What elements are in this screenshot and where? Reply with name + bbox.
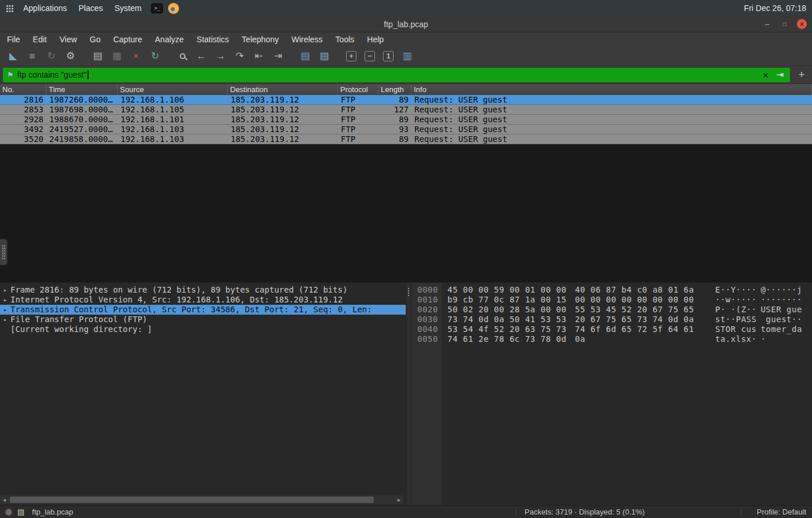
scroll-right-arrow-icon[interactable]: ▸: [395, 497, 403, 503]
display-filter-input[interactable]: ⚑ ftp contains "guest" × ⇥: [3, 68, 790, 82]
menu-file[interactable]: File: [7, 35, 20, 44]
hex-ascii: ········: [760, 295, 802, 305]
hex-row[interactable]: 000045 00 00 59 00 01 00 0040 06 87 b4 c…: [412, 285, 812, 295]
filter-clear-icon[interactable]: ×: [761, 70, 771, 80]
expander-icon[interactable]: ▸: [0, 305, 10, 315]
menu-go[interactable]: Go: [90, 35, 101, 44]
column-header-source[interactable]: Source: [118, 84, 228, 95]
scrollbar-thumb[interactable]: [10, 497, 374, 503]
packet-list-header: No.TimeSourceDestinationProtocolLengthIn…: [0, 84, 812, 95]
apps-grid-icon[interactable]: [6, 5, 13, 12]
filter-bookmark-icon[interactable]: ⚑: [7, 71, 14, 79]
scrollbar-track[interactable]: [9, 495, 395, 504]
hex-row[interactable]: 003073 74 0d 0a 50 41 53 5320 67 75 65 7…: [412, 315, 812, 324]
normal-size-icon[interactable]: 1: [383, 51, 394, 61]
terminal-launcher-icon[interactable]: >_: [151, 3, 163, 13]
capture-file-name[interactable]: ftp_lab.pcap: [32, 508, 73, 516]
open-file-icon[interactable]: ▤: [90, 49, 105, 64]
zoom-in-icon[interactable]: +: [346, 51, 356, 61]
menu-analyze[interactable]: Analyze: [155, 35, 184, 44]
packet-protocol: FTP: [338, 134, 378, 144]
minimize-button[interactable]: –: [762, 19, 772, 29]
detail-text: Transmission Control Protocol, Src Port:…: [10, 305, 377, 315]
next-packet-icon[interactable]: ⇥: [270, 49, 286, 64]
pane-splitter[interactable]: [406, 283, 412, 505]
packet-destination: 185.203.119.12: [228, 125, 338, 134]
column-header-info[interactable]: Info: [412, 84, 812, 95]
menu-tools[interactable]: Tools: [336, 35, 355, 44]
menu-telephony[interactable]: Telephony: [242, 35, 279, 44]
menu-capture[interactable]: Capture: [113, 35, 142, 44]
packet-destination: 185.203.119.12: [228, 115, 338, 124]
stop-capture-icon[interactable]: ■: [24, 49, 40, 64]
menu-statistics[interactable]: Statistics: [196, 35, 229, 44]
close-file-icon[interactable]: ×: [128, 49, 144, 64]
start-capture-icon[interactable]: ◣: [5, 49, 21, 64]
packet-row[interactable]: 28531987698.0000…192.168.1.105185.203.11…: [0, 105, 812, 115]
go-back-icon[interactable]: ←: [194, 49, 209, 64]
packet-row[interactable]: 34922419527.0000…192.168.1.103185.203.11…: [0, 125, 812, 134]
resize-columns-icon[interactable]: ▥: [399, 49, 415, 64]
detail-line[interactable]: ▸File Transfer Protocol (FTP): [0, 315, 406, 324]
capture-options-icon[interactable]: ⚙: [63, 49, 78, 64]
titlebar[interactable]: ftp_lab.pcap –□×: [0, 16, 812, 32]
packet-row[interactable]: 28161987260.0000…192.168.1.106185.203.11…: [0, 95, 812, 105]
detail-line[interactable]: ▸Transmission Control Protocol, Src Port…: [0, 305, 406, 315]
pane-splitter-handle[interactable]: [0, 239, 8, 265]
clock[interactable]: Fri Dec 26, 07:18: [744, 3, 806, 13]
expert-info-icon[interactable]: [5, 509, 12, 516]
zoom-out-icon[interactable]: −: [365, 51, 375, 61]
menu-wireless[interactable]: Wireless: [292, 35, 323, 44]
column-header-no[interactable]: No.: [0, 84, 46, 95]
packet-row[interactable]: 35202419858.0000…192.168.1.103185.203.11…: [0, 134, 812, 144]
find-packet-icon[interactable]: [174, 49, 190, 64]
hex-row[interactable]: 005074 61 2e 78 6c 73 78 0d0ata.xlsx··: [412, 334, 812, 344]
previous-packet-icon[interactable]: ⇤: [251, 49, 267, 64]
packet-list-empty-area[interactable]: [0, 144, 812, 282]
packet-row[interactable]: 29281988670.0000…192.168.1.101185.203.11…: [0, 115, 812, 125]
capture-comment-icon[interactable]: ▤: [17, 508, 24, 516]
close-button[interactable]: ×: [797, 19, 807, 29]
column-header-time[interactable]: Time: [46, 84, 118, 95]
column-header-length[interactable]: Length: [378, 84, 412, 95]
hex-bytes: 45 00 00 59 00 01 00 00: [447, 285, 568, 295]
hex-offset: 0040: [417, 324, 440, 334]
reload-file-icon[interactable]: ↻: [147, 49, 163, 64]
scroll-left-arrow-icon[interactable]: ◂: [0, 497, 9, 503]
hex-row[interactable]: 0010b9 cb 77 0c 87 1a 00 1500 00 00 00 0…: [412, 295, 812, 305]
restart-capture-icon[interactable]: ↻: [43, 49, 59, 64]
auto-scroll-icon[interactable]: ▤: [297, 49, 313, 64]
terminal-prompt-glyph: >_: [154, 6, 160, 11]
go-forward-icon[interactable]: →: [213, 49, 228, 64]
hex-row[interactable]: 002050 02 20 00 28 5a 00 0055 53 45 52 2…: [412, 305, 812, 315]
detail-line[interactable]: ▸Frame 2816: 89 bytes on wire (712 bits)…: [0, 285, 406, 295]
firefox-launcher-icon[interactable]: [168, 3, 179, 14]
panel-menu-applications[interactable]: Applications: [19, 1, 72, 15]
packet-time: 1987260.0000…: [46, 95, 118, 104]
hex-row[interactable]: 004053 54 4f 52 20 63 75 7374 6f 6d 65 7…: [412, 324, 812, 334]
go-to-packet-icon[interactable]: ↷: [232, 49, 247, 64]
restore-button[interactable]: □: [780, 19, 789, 29]
menu-view[interactable]: View: [60, 35, 77, 44]
detail-line[interactable]: [Current working directory: ]: [0, 324, 406, 334]
filter-apply-icon[interactable]: ⇥: [774, 70, 786, 80]
expander-icon[interactable]: ▸: [0, 295, 10, 305]
expander-icon[interactable]: ▸: [0, 285, 10, 295]
column-header-destination[interactable]: Destination: [228, 84, 338, 95]
save-file-icon[interactable]: ▦: [109, 49, 125, 64]
packet-destination: 185.203.119.12: [228, 105, 338, 114]
colorize-packets-icon[interactable]: ▤: [316, 49, 332, 64]
filter-add-button[interactable]: +: [794, 68, 809, 82]
menu-edit[interactable]: Edit: [33, 35, 47, 44]
hex-ascii: st··PASS: [715, 315, 756, 324]
profile-selector[interactable]: Profile: Default: [757, 508, 806, 516]
column-header-protocol[interactable]: Protocol: [338, 84, 378, 95]
detail-line[interactable]: ▸Internet Protocol Version 4, Src: 192.1…: [0, 295, 406, 305]
filter-expression[interactable]: ftp contains "guest": [17, 70, 87, 79]
expander-icon[interactable]: ▸: [0, 315, 10, 324]
window-title: ftp_lab.pcap: [384, 20, 428, 29]
menu-help[interactable]: Help: [367, 35, 384, 44]
panel-menu-system[interactable]: System: [110, 1, 147, 15]
panel-menu-places[interactable]: Places: [74, 1, 108, 15]
details-horizontal-scrollbar[interactable]: ◂ ▸: [0, 495, 403, 504]
